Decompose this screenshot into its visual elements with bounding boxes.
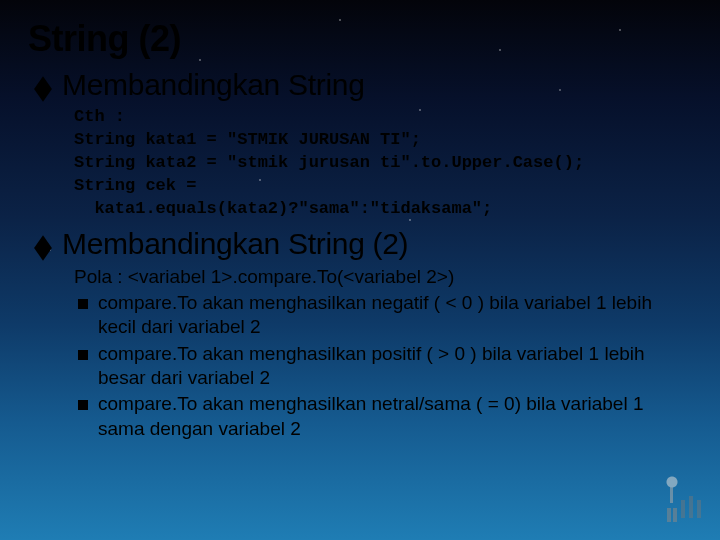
square-bullet-icon xyxy=(78,400,88,410)
bullet-text: compare.To akan menghasilkan negatif ( <… xyxy=(98,291,692,340)
section-1-heading: Membandingkan String xyxy=(62,68,365,102)
section-2-heading: Membandingkan String (2) xyxy=(62,227,408,261)
section-2-body: Pola : <variabel 1>.compare.To(<variabel… xyxy=(74,265,692,441)
list-item: compare.To akan menghasilkan netral/sama… xyxy=(74,392,692,441)
list-item: compare.To akan menghasilkan positif ( >… xyxy=(74,342,692,391)
square-bullet-icon xyxy=(78,299,88,309)
slide: String (2) Membandingkan String Cth : St… xyxy=(0,0,720,540)
bullet-text: compare.To akan menghasilkan netral/sama… xyxy=(98,392,692,441)
section-2-header: Membandingkan String (2) xyxy=(34,227,692,265)
pattern-line: Pola : <variabel 1>.compare.To(<variabel… xyxy=(74,265,692,289)
bullet-text: compare.To akan menghasilkan positif ( >… xyxy=(98,342,692,391)
square-bullet-icon xyxy=(78,350,88,360)
diamond-bullet-icon xyxy=(34,76,52,101)
list-item: compare.To akan menghasilkan negatif ( <… xyxy=(74,291,692,340)
code-example: Cth : String kata1 = "STMIK JURUSAN TI";… xyxy=(74,106,692,221)
slide-title: String (2) xyxy=(28,18,692,60)
diamond-bullet-icon xyxy=(34,235,52,260)
section-1-header: Membandingkan String xyxy=(34,68,692,106)
